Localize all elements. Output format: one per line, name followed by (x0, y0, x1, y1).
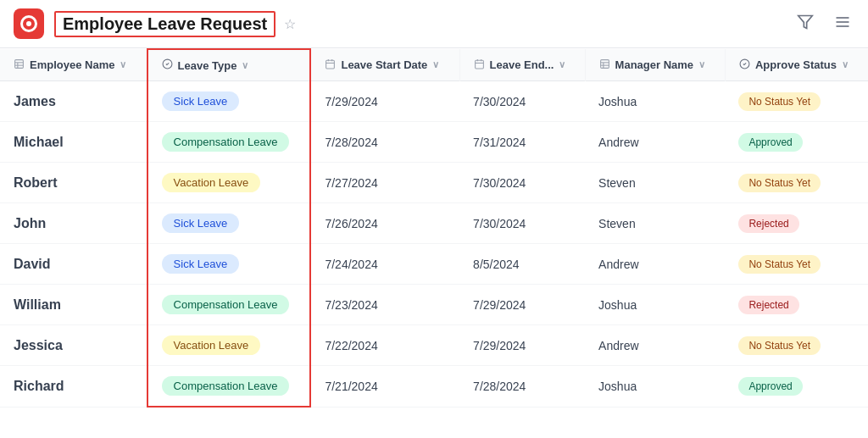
sort-arrow-employee: ∨ (120, 59, 126, 70)
menu-button[interactable] (831, 10, 854, 38)
svg-rect-17 (600, 59, 609, 68)
col-header-approve-status[interactable]: Approve Status ∨ (725, 49, 868, 81)
cell-manager-name: Steven (585, 163, 725, 203)
cell-leave-start: 7/26/2024 (310, 203, 459, 244)
cell-leave-end: 7/29/2024 (459, 285, 585, 325)
cell-leave-type: Sick Leave (147, 244, 311, 285)
table-container: Employee Name ∨ Leave Type ∨ (0, 48, 868, 408)
cell-manager-name: Andrew (585, 244, 725, 285)
cell-employee-name: Jessica (0, 325, 147, 366)
cell-leave-end: 8/5/2024 (459, 244, 585, 285)
cell-approve-status: Rejected (725, 203, 868, 244)
svg-marker-0 (798, 15, 813, 28)
cell-manager-name: Joshua (585, 366, 725, 408)
cell-leave-start: 7/21/2024 (310, 366, 459, 408)
cell-approve-status: No Status Yet (725, 244, 868, 285)
cell-employee-name: Robert (0, 163, 147, 203)
cell-manager-name: Andrew (585, 325, 725, 366)
col-header-manager-name[interactable]: Manager Name ∨ (585, 49, 725, 81)
col-label-manager-name: Manager Name (615, 58, 693, 71)
table-row: William Compensation Leave 7/23/2024 7/2… (0, 285, 868, 325)
cell-leave-end: 7/30/2024 (459, 163, 585, 203)
cell-leave-start: 7/28/2024 (310, 122, 459, 163)
cell-leave-type: Vacation Leave (147, 163, 311, 203)
col-header-employee-name[interactable]: Employee Name ∨ (0, 49, 147, 81)
leave-request-table: Employee Name ∨ Leave Type ∨ (0, 48, 868, 408)
col-label-employee-name: Employee Name (30, 58, 114, 71)
table-row: Jessica Vacation Leave 7/22/2024 7/29/20… (0, 325, 868, 366)
col-label-approve-status: Approve Status (755, 58, 837, 71)
cell-employee-name: John (0, 203, 147, 244)
cell-leave-type: Compensation Leave (147, 366, 311, 408)
cell-leave-start: 7/23/2024 (310, 285, 459, 325)
cell-leave-start: 7/27/2024 (310, 163, 459, 203)
circle-check-icon (162, 58, 173, 72)
cell-approve-status: Rejected (725, 285, 868, 325)
table-row: Richard Compensation Leave 7/21/2024 7/2… (0, 366, 868, 408)
cell-approve-status: No Status Yet (725, 163, 868, 203)
cell-leave-start: 7/29/2024 (310, 81, 459, 122)
page-title: Employee Leave Request (54, 11, 275, 37)
cell-leave-type: Vacation Leave (147, 325, 311, 366)
svg-rect-4 (15, 59, 24, 68)
cell-employee-name: Richard (0, 366, 147, 408)
cell-leave-start: 7/22/2024 (310, 325, 459, 366)
app-header: Employee Leave Request ☆ (0, 0, 868, 48)
col-header-leave-type[interactable]: Leave Type ∨ (147, 49, 311, 81)
cell-approve-status: No Status Yet (725, 81, 868, 122)
circle-check-icon-status (739, 58, 750, 72)
cell-leave-type: Sick Leave (147, 81, 311, 122)
cell-leave-end: 7/28/2024 (459, 366, 585, 408)
col-label-leave-type: Leave Type (178, 59, 237, 72)
calendar-icon-end (474, 58, 485, 72)
svg-rect-13 (475, 60, 483, 69)
table-icon (14, 58, 25, 72)
cell-leave-end: 7/30/2024 (459, 81, 585, 122)
cell-employee-name: William (0, 285, 147, 325)
cell-manager-name: Steven (585, 203, 725, 244)
sort-arrow-leave-type: ∨ (242, 60, 248, 71)
sort-arrow-end: ∨ (559, 59, 565, 70)
sort-arrow-status: ∨ (842, 59, 849, 70)
cell-leave-type: Compensation Leave (147, 285, 311, 325)
table-row: Robert Vacation Leave 7/27/2024 7/30/202… (0, 163, 868, 203)
col-label-leave-start: Leave Start Date (341, 58, 427, 71)
star-icon[interactable]: ☆ (284, 16, 296, 32)
cell-approve-status: No Status Yet (725, 325, 868, 366)
cell-manager-name: Joshua (585, 81, 725, 122)
cell-leave-end: 7/31/2024 (459, 122, 585, 163)
cell-leave-end: 7/30/2024 (459, 203, 585, 244)
cell-leave-type: Sick Leave (147, 203, 311, 244)
filter-button[interactable] (793, 10, 817, 38)
cell-employee-name: James (0, 81, 147, 122)
table-row: Michael Compensation Leave 7/28/2024 7/3… (0, 122, 868, 163)
app-icon (14, 8, 44, 39)
cell-leave-start: 7/24/2024 (310, 244, 459, 285)
calendar-icon-start (325, 58, 336, 72)
table-row: John Sick Leave 7/26/2024 7/30/2024 Stev… (0, 203, 868, 244)
cell-employee-name: Michael (0, 122, 147, 163)
sort-arrow-manager: ∨ (698, 59, 705, 70)
svg-rect-9 (326, 60, 335, 69)
cell-leave-type: Compensation Leave (147, 122, 311, 163)
cell-approve-status: Approved (725, 366, 868, 408)
col-label-leave-end: Leave End... (490, 58, 554, 71)
table-icon-manager (599, 58, 610, 72)
col-header-leave-end[interactable]: Leave End... ∨ (459, 49, 585, 81)
col-header-leave-start[interactable]: Leave Start Date ∨ (310, 49, 459, 81)
cell-manager-name: Joshua (585, 285, 725, 325)
cell-manager-name: Andrew (585, 122, 725, 163)
cell-approve-status: Approved (725, 122, 868, 163)
table-row: James Sick Leave 7/29/2024 7/30/2024 Jos… (0, 81, 868, 122)
sort-arrow-start: ∨ (432, 59, 439, 70)
table-row: David Sick Leave 7/24/2024 8/5/2024 Andr… (0, 244, 868, 285)
cell-leave-end: 7/29/2024 (459, 325, 585, 366)
cell-employee-name: David (0, 244, 147, 285)
